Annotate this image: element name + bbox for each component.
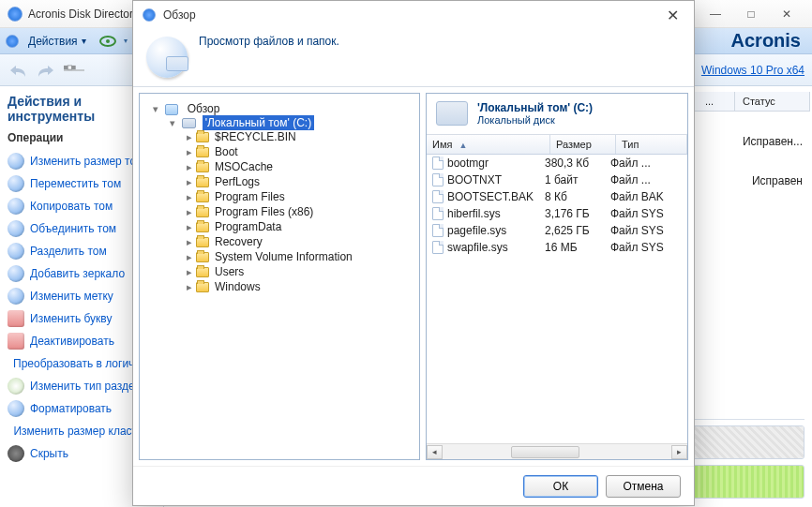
menu-view[interactable]: ▾ xyxy=(96,36,131,47)
col-type[interactable]: Тип xyxy=(616,135,687,154)
tree-root-label[interactable]: Обзор xyxy=(185,101,223,116)
tree-expand-icon[interactable]: ▸ xyxy=(185,266,196,278)
maximize-button[interactable]: □ xyxy=(733,2,769,26)
file-icon xyxy=(432,173,444,186)
tree-folder-label[interactable]: MSOCache xyxy=(212,159,276,174)
file-row[interactable]: bootmgr380,3 КбФайл ... xyxy=(427,155,687,171)
file-type: Файл ... xyxy=(610,157,682,170)
tree-folder-label[interactable]: Users xyxy=(212,264,247,279)
tree-expand-icon[interactable]: ▸ xyxy=(185,281,196,293)
file-type: Файл BAK xyxy=(610,190,682,203)
file-row[interactable]: BOOTNXT1 байтФайл ... xyxy=(427,171,687,188)
tree-folder-label[interactable]: Windows xyxy=(212,279,263,294)
file-row[interactable]: swapfile.sys16 МБФайл SYS xyxy=(427,239,687,256)
tree-folder-label[interactable]: Program Files (x86) xyxy=(212,204,316,219)
folder-icon xyxy=(196,162,209,172)
undo-icon[interactable] xyxy=(8,60,28,81)
status-badge: Исправен xyxy=(744,174,810,187)
col-size[interactable]: Размер xyxy=(550,135,616,154)
file-type: Файл ... xyxy=(610,173,682,186)
chevron-down-icon: ▾ xyxy=(124,37,128,45)
operation-icon xyxy=(8,310,24,327)
col-name[interactable]: Имя ▲ xyxy=(427,135,550,154)
scroll-thumb[interactable] xyxy=(511,446,579,458)
tree-expand-icon[interactable]: ▸ xyxy=(185,236,196,248)
list-pane: 'Локальный том' (C:) Локальный диск Имя … xyxy=(426,93,688,460)
file-size: 16 МБ xyxy=(545,241,610,254)
tree-expand-icon[interactable]: ▸ xyxy=(185,176,196,188)
task-link[interactable]: Windows 10 Pro x64 xyxy=(701,64,804,77)
file-name: pagefile.sys xyxy=(447,224,545,237)
tree-collapse-icon[interactable]: ▾ xyxy=(168,117,179,129)
dialog-body: ▾ Обзор ▾ 'Локальный том' (C:) ▸$RECYCLE… xyxy=(133,87,694,466)
volume-header: 'Локальный том' (C:) Локальный диск xyxy=(427,94,687,135)
file-icon xyxy=(432,224,444,237)
grid-col-more[interactable]: ... xyxy=(698,92,735,111)
dialog-icon xyxy=(143,8,156,22)
cancel-button[interactable]: Отмена xyxy=(606,475,681,498)
sidebar-item-label: Объединить том xyxy=(30,222,116,235)
file-size: 380,3 Кб xyxy=(545,157,610,170)
file-list[interactable]: bootmgr380,3 КбФайл ...BOOTNXT1 байтФайл… xyxy=(427,155,687,443)
drive-icon xyxy=(182,118,196,128)
file-row[interactable]: hiberfil.sys3,176 ГБФайл SYS xyxy=(427,205,687,222)
dialog-header: Просмотр файлов и папок. xyxy=(133,29,694,87)
ok-button[interactable]: ОК xyxy=(523,475,598,498)
operation-icon xyxy=(8,220,24,237)
window-close-button[interactable]: ✕ xyxy=(769,2,804,26)
tree-folder-label[interactable]: ProgramData xyxy=(212,219,284,234)
folder-icon xyxy=(196,267,209,277)
file-name: bootmgr xyxy=(447,157,545,170)
scroll-track[interactable] xyxy=(443,445,671,459)
file-row[interactable]: pagefile.sys2,625 ГБФайл SYS xyxy=(427,222,687,239)
scroll-right-button[interactable]: ▸ xyxy=(671,445,687,459)
tree-folder-label[interactable]: Boot xyxy=(212,144,241,159)
overview-icon xyxy=(165,104,178,115)
eye-icon xyxy=(99,36,116,47)
tree-folder-label[interactable]: $RECYCLE.BIN xyxy=(212,129,299,144)
folder-icon xyxy=(196,237,209,247)
status-badge: Исправен... xyxy=(735,135,810,148)
scroll-left-button[interactable]: ◂ xyxy=(427,445,443,459)
commit-icon[interactable] xyxy=(64,60,84,81)
menu-actions[interactable]: Действия ▾ xyxy=(23,32,92,51)
sidebar-item-label: Добавить зеркало xyxy=(30,267,125,280)
folder-icon xyxy=(196,222,209,232)
svg-rect-0 xyxy=(64,69,84,71)
tree-expand-icon[interactable]: ▸ xyxy=(185,251,196,263)
tree-expand-icon[interactable]: ▸ xyxy=(185,161,196,173)
folder-icon xyxy=(196,132,209,142)
dialog-title: Обзор xyxy=(163,8,196,22)
operation-icon xyxy=(8,198,24,215)
operation-icon xyxy=(8,400,24,417)
file-row[interactable]: BOOTSECT.BAK8 КбФайл BAK xyxy=(427,188,687,205)
window-controls: — □ ✕ xyxy=(698,2,804,26)
file-type: Файл SYS xyxy=(610,207,682,220)
folder-icon xyxy=(196,192,209,202)
folder-icon xyxy=(196,282,209,292)
folder-tree[interactable]: ▾ Обзор ▾ 'Локальный том' (C:) ▸$RECYCLE… xyxy=(143,97,415,300)
minimize-button[interactable]: — xyxy=(698,2,733,26)
tree-folder-label[interactable]: Program Files xyxy=(212,189,288,204)
grid-col-status[interactable]: Статус xyxy=(735,92,810,111)
tree-folder-label[interactable]: Recovery xyxy=(212,234,265,249)
redo-icon[interactable] xyxy=(36,60,56,81)
tree-expand-icon[interactable]: ▸ xyxy=(185,191,196,203)
tree-expand-icon[interactable]: ▸ xyxy=(185,131,196,143)
tree-expand-icon[interactable]: ▸ xyxy=(185,146,196,158)
file-type: Файл SYS xyxy=(610,241,682,254)
horizontal-scrollbar[interactable]: ◂ ▸ xyxy=(427,443,687,459)
volume-subtitle: Локальный диск xyxy=(477,114,680,126)
menu-actions-label: Действия xyxy=(28,35,78,48)
chevron-down-icon: ▾ xyxy=(82,36,86,46)
tree-expand-icon[interactable]: ▸ xyxy=(185,221,196,233)
file-size: 2,625 ГБ xyxy=(545,224,610,237)
tree-volume-label[interactable]: 'Локальный том' (C:) xyxy=(203,115,314,130)
tree-expand-icon[interactable]: ▸ xyxy=(185,206,196,218)
tree-folder-label[interactable]: PerfLogs xyxy=(212,174,263,189)
tree-folder-label[interactable]: System Volume Information xyxy=(212,249,355,264)
dialog-close-button[interactable]: ✕ xyxy=(661,5,684,26)
svg-rect-2 xyxy=(68,65,71,68)
sort-asc-icon: ▲ xyxy=(459,141,468,150)
tree-collapse-icon[interactable]: ▾ xyxy=(151,103,162,115)
